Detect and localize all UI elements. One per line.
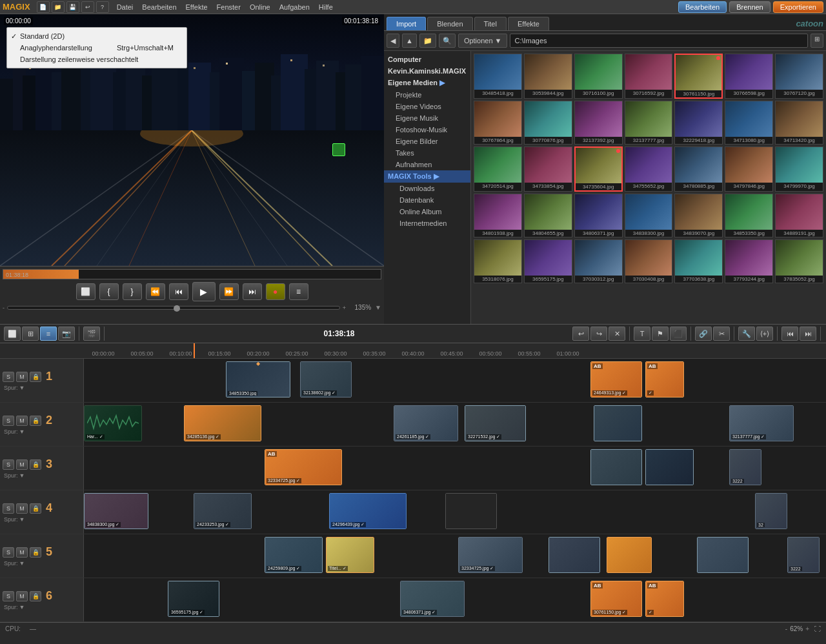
text-tool-btn[interactable]: T: [634, 327, 650, 341]
menu-bearbeiten[interactable]: Bearbeiten: [138, 2, 180, 12]
file-thumb-31[interactable]: 37030408.jpg: [625, 239, 673, 283]
play-btn[interactable]: ▶: [192, 282, 216, 301]
menu-hilfe[interactable]: Hilfe: [315, 2, 337, 12]
nav-eigene-musik[interactable]: Eigene Musik: [384, 112, 470, 124]
track-6-clip-4[interactable]: ✓: [645, 581, 684, 617]
track-3-clip-4[interactable]: 3222: [729, 449, 761, 485]
delete-btn[interactable]: ✕: [609, 327, 625, 341]
track-1-clip-4[interactable]: ✓: [645, 361, 684, 397]
menu-aufgaben[interactable]: Aufgaben: [276, 2, 314, 12]
toggle-preview-btn[interactable]: ⬜: [76, 283, 96, 300]
nav-magix-tools[interactable]: MAGIX Tools ▶: [384, 170, 470, 183]
nav-eigene-medien[interactable]: Eigene Medien ▶: [384, 77, 470, 89]
zoom-thumb[interactable]: [174, 305, 180, 312]
file-thumb-6[interactable]: 30767120.jpg: [775, 54, 823, 99]
in-point-btn[interactable]: {: [99, 283, 119, 300]
tab-blenden[interactable]: Blenden: [427, 17, 472, 30]
file-thumb-34[interactable]: 37835052.jpg: [775, 239, 823, 283]
edit-mode-btn[interactable]: 🎬: [83, 327, 100, 341]
zoom-track[interactable]: [7, 306, 340, 310]
zoom-minus-icon[interactable]: -: [3, 305, 5, 311]
chapter-btn[interactable]: ⬛: [670, 327, 687, 341]
track-1-clip-1[interactable]: 34853350.jpg: [226, 361, 290, 397]
track-6-lock-btn[interactable]: 🔒: [30, 591, 41, 601]
file-thumb-20[interactable]: 34799970.jpg: [775, 146, 823, 192]
file-thumb-22[interactable]: 34804655.jpg: [524, 194, 572, 237]
storyboard-view-btn[interactable]: ⬜: [4, 327, 21, 341]
file-thumb-25[interactable]: 34839070.jpg: [674, 194, 723, 237]
track-3-clip-2[interactable]: [590, 449, 642, 485]
record-btn[interactable]: ●: [266, 283, 285, 300]
sequence-btn[interactable]: ≡: [289, 283, 308, 300]
file-thumb-14[interactable]: 34720514.jpg: [474, 146, 522, 192]
video-timeline-bar[interactable]: 01:38:18: [3, 269, 381, 279]
marker-btn[interactable]: ⚑: [652, 327, 669, 341]
file-thumb-18[interactable]: 34780885.jpg: [674, 146, 723, 192]
file-thumb-12[interactable]: 34713080.jpg: [725, 101, 773, 145]
undo-icon[interactable]: ↩: [81, 1, 94, 13]
file-thumb-9[interactable]: 32137392.jpg: [574, 101, 623, 145]
nav-eigene-videos[interactable]: Eigene Videos: [384, 101, 470, 112]
track-1-m-btn[interactable]: M: [16, 372, 28, 382]
multiview-btn[interactable]: ⊞: [22, 327, 39, 341]
track-4-clip-5[interactable]: 32: [755, 493, 787, 529]
track-6-content[interactable]: 36595175.jpg ✓ 34806371.jpg ✓ 30761150.j…: [84, 578, 826, 621]
options-btn[interactable]: Optionen ▼: [458, 34, 508, 48]
track-1-lock-btn[interactable]: 🔒: [30, 372, 41, 382]
file-thumb-8[interactable]: 30770876.jpg: [524, 101, 572, 145]
track-6-clip-1[interactable]: 36595175.jpg ✓: [168, 581, 219, 617]
track-6-clip-2[interactable]: 34806371.jpg ✓: [400, 581, 465, 617]
track-2-dropdown-icon[interactable]: ▼: [19, 428, 25, 435]
file-thumb-21[interactable]: 34801938.jpg: [474, 194, 522, 237]
file-thumb-23[interactable]: 34806371.jpg: [574, 194, 623, 237]
nav-projekte[interactable]: Projekte: [384, 89, 470, 101]
open-icon[interactable]: 📁: [52, 1, 65, 13]
track-2-clip-1[interactable]: Har... ✓: [84, 405, 142, 441]
file-thumb-10[interactable]: 32137777.jpg: [625, 101, 673, 145]
track-5-clip-3[interactable]: 32334725.jpg ✓: [458, 537, 523, 573]
file-thumb-15[interactable]: 34733854.jpg: [524, 146, 572, 192]
brennen-button[interactable]: Brennen: [729, 1, 771, 13]
capture-btn[interactable]: 📷: [58, 327, 75, 341]
out-point-btn[interactable]: }: [123, 283, 142, 300]
track-6-clip-3[interactable]: 30761150.jpg ✓: [590, 581, 642, 617]
end-btn[interactable]: ⏭: [243, 283, 262, 300]
dropdown-standard-2d[interactable]: Standard (2D): [7, 30, 186, 42]
track-6-m-btn[interactable]: M: [16, 591, 28, 601]
track-4-clip-4[interactable]: [445, 493, 497, 529]
track-4-clip-1[interactable]: 34838300.jpg ✓: [84, 493, 148, 529]
nav-takes[interactable]: Takes: [384, 147, 470, 159]
file-thumb-5[interactable]: 30766598.jpg: [725, 54, 773, 99]
file-thumb-19[interactable]: 34797846.jpg: [725, 146, 773, 192]
file-thumb-29[interactable]: 36595175.jpg: [524, 239, 572, 283]
prev-clip-btn[interactable]: ⏮: [781, 327, 798, 341]
track-4-clip-2[interactable]: 24233253.jpg ✓: [194, 493, 252, 529]
file-thumb-7[interactable]: 30767864.jpg: [474, 101, 522, 145]
redo-btn[interactable]: ↪: [590, 327, 607, 341]
track-6-s-btn[interactable]: S: [3, 591, 14, 601]
track-4-m-btn[interactable]: M: [16, 503, 28, 514]
help-icon[interactable]: ?: [96, 1, 109, 13]
track-4-dropdown-icon[interactable]: ▼: [19, 516, 25, 523]
track-1-s-btn[interactable]: S: [3, 372, 14, 382]
tab-import[interactable]: Import: [387, 17, 426, 30]
nav-downloads[interactable]: Downloads: [384, 183, 470, 194]
track-6-dropdown-icon[interactable]: ▼: [19, 604, 25, 610]
track-3-clip-3[interactable]: [645, 449, 694, 485]
start-btn[interactable]: ⏮: [169, 283, 188, 300]
fullscreen-btn[interactable]: ⛶: [814, 625, 821, 632]
track-5-clip-1[interactable]: 24259809.jpg ✓: [265, 537, 323, 573]
file-thumb-16[interactable]: 34735604.jpg: [574, 146, 623, 192]
next-clip-btn[interactable]: ⏭: [800, 327, 816, 341]
nav-computer[interactable]: Computer: [384, 54, 470, 65]
track-4-s-btn[interactable]: S: [3, 503, 14, 514]
track-5-clip-2[interactable]: Titel... ✓: [326, 537, 374, 573]
track-5-content[interactable]: 24259809.jpg ✓ Titel... ✓ 32334725.jpg ✓: [84, 534, 826, 578]
file-thumb-33[interactable]: 37793244.jpg: [725, 239, 773, 283]
prev-frame-btn[interactable]: ⏪: [146, 283, 165, 300]
track-1-clip-2[interactable]: 32138602.jpg ✓: [300, 361, 352, 397]
nav-kevin[interactable]: Kevin.Kaminski.MAGIX: [384, 65, 470, 77]
track-2-content[interactable]: Har... ✓ 34285136.jpg ✓ 24261185.jpg ✓ 3…: [84, 403, 826, 446]
file-thumb-32[interactable]: 37703638.jpg: [674, 239, 723, 283]
track-5-clip-7[interactable]: 3222: [787, 537, 820, 573]
